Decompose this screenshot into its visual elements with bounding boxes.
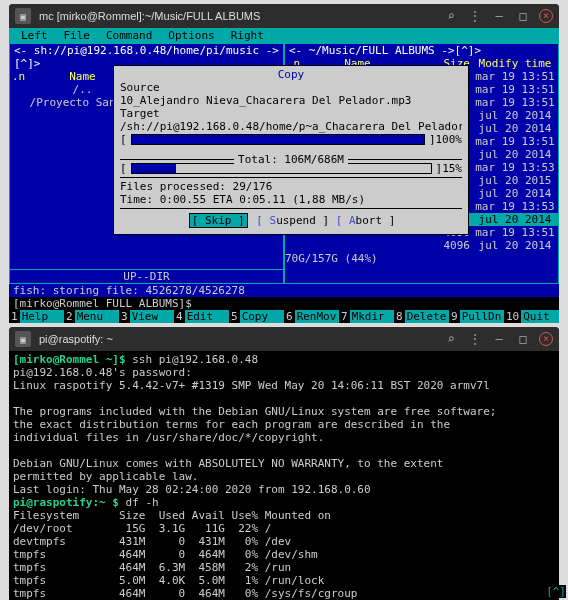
terminal-output[interactable]: [mirko@Rommel ~]$ ssh pi@192.168.0.48 pi… xyxy=(9,351,559,600)
minimize-icon[interactable]: – xyxy=(491,331,507,347)
term-line: individual files in /usr/share/doc/*/cop… xyxy=(13,431,324,444)
term-line: permitted by applicable law. xyxy=(13,470,198,483)
prompt-cmd: ssh pi@192.168.0.48 xyxy=(126,353,258,366)
term-line: the exact distribution terms for each pr… xyxy=(13,418,450,431)
fkey-quit[interactable]: 10Quit xyxy=(504,310,559,323)
df-line: tmpfs 464M 0 464M 0% /sys/fs/cgroup xyxy=(13,587,357,600)
file-pct: 100% xyxy=(436,133,463,146)
term-line: Linux raspotify 5.4.42-v7+ #1319 SMP Wed… xyxy=(13,379,490,392)
col-n: .n xyxy=(10,70,22,83)
copy-dialog: Copy Source 10_Alejandro Nieva_Chacarera… xyxy=(113,65,469,235)
term-line: Debian GNU/Linux comes with ABSOLUTELY N… xyxy=(13,457,443,470)
mc-window-title: mc [mirko@Rommel]:~/Music/FULL ALBUMS xyxy=(39,10,443,22)
total-label: Total: 106M/686M xyxy=(234,153,348,166)
menu-options[interactable]: Options xyxy=(160,29,222,42)
fkey-pulldn[interactable]: 9PullDn xyxy=(449,310,504,323)
source-label: Source xyxy=(120,81,462,94)
fkey-copy[interactable]: 5Copy xyxy=(229,310,284,323)
term-titlebar: ▣ pi@raspotify: ~ ⌕ ⋮ – □ × xyxy=(9,327,559,351)
df-line: devtmpfs 431M 0 431M 0% /dev xyxy=(13,535,291,548)
search-icon[interactable]: ⌕ xyxy=(443,8,459,24)
menu-icon[interactable]: ⋮ xyxy=(467,8,483,24)
fkey-edit[interactable]: 4Edit xyxy=(174,310,229,323)
df-line: tmpfs 5.0M 4.0K 5.0M 1% /run/lock xyxy=(13,574,324,587)
terminal-icon: ▣ xyxy=(15,8,31,24)
prompt-host: [mirko@Rommel ~]$ xyxy=(13,353,126,366)
terminal-window: ▣ pi@raspotify: ~ ⌕ ⋮ – □ × [mirko@Romme… xyxy=(9,327,559,600)
terminal-icon: ▣ xyxy=(15,331,31,347)
col-mtime: Modify time xyxy=(472,57,558,70)
term-line: pi@192.168.0.48's password: xyxy=(13,366,192,379)
df-line: Filesystem Size Used Avail Use% Mounted … xyxy=(13,509,331,522)
fkey-renmov[interactable]: 6RenMov xyxy=(284,310,339,323)
file-progress: [] 100% xyxy=(120,133,462,146)
target-file: /sh://pi@192.168.0.48/home/p~a_Chacarera… xyxy=(120,120,462,133)
menu-file[interactable]: File xyxy=(56,29,99,42)
fkey-menu[interactable]: 2Menu xyxy=(64,310,119,323)
source-file: 10_Alejandro Nieva_Chacarera Del Pelador… xyxy=(120,94,462,107)
fkey-view[interactable]: 3View xyxy=(119,310,174,323)
menu-command[interactable]: Command xyxy=(98,29,160,42)
menu-icon[interactable]: ⋮ xyxy=(467,331,483,347)
term-line: The programs included with the Debian GN… xyxy=(13,405,496,418)
maximize-icon[interactable]: □ xyxy=(515,8,531,24)
mc-titlebar: ▣ mc [mirko@Rommel]:~/Music/FULL ALBUMS … xyxy=(9,4,559,28)
time-eta: Time: 0:00.55 ETA 0:05.11 (1,88 MB/s) xyxy=(120,193,462,206)
df-line: /dev/root 15G 3.1G 11G 22% / xyxy=(13,522,271,535)
target-label: Target xyxy=(120,107,462,120)
menu-left[interactable]: Left xyxy=(13,29,56,42)
fish-status: fish: storing file: 4526278/4526278 xyxy=(9,284,559,297)
maximize-icon[interactable]: □ xyxy=(515,331,531,347)
mc-menubar: Left File Command Options Right xyxy=(9,28,559,43)
left-status: UP--DIR xyxy=(10,269,283,283)
files-processed: Files processed: 29/176 xyxy=(120,180,462,193)
skip-button[interactable]: [ Skip ] xyxy=(189,213,248,228)
prompt-cmd: df -h xyxy=(119,496,159,509)
function-keys: 1Help2Menu3View4Edit5Copy6RenMov7Mkdir8D… xyxy=(9,310,559,323)
fkey-mkdir[interactable]: 7Mkdir xyxy=(339,310,394,323)
dialog-title: Copy xyxy=(120,68,462,81)
close-icon[interactable]: × xyxy=(539,9,553,23)
close-icon[interactable]: × xyxy=(539,332,553,346)
search-icon[interactable]: ⌕ xyxy=(443,331,459,347)
total-pct: 15% xyxy=(442,162,462,175)
disk-usage: 70G/157G (44%) xyxy=(285,252,558,265)
df-line: tmpfs 464M 6.3M 458M 2% /run xyxy=(13,561,291,574)
suspend-button[interactable]: [ Suspend ] xyxy=(256,214,329,227)
right-panel-path: <- ~/Music/FULL ALBUMS ->[^]> xyxy=(285,44,558,57)
prompt-host: pi@raspotify:~ $ xyxy=(13,496,119,509)
menu-right[interactable]: Right xyxy=(223,29,272,42)
fkey-help[interactable]: 1Help xyxy=(9,310,64,323)
table-row[interactable]: 4096jul 20 2014 xyxy=(285,239,558,252)
term-window-title: pi@raspotify: ~ xyxy=(39,333,443,345)
mc-window: ▣ mc [mirko@Rommel]:~/Music/FULL ALBUMS … xyxy=(9,4,559,323)
fkey-delete[interactable]: 8Delete xyxy=(394,310,449,323)
minimize-icon[interactable]: – xyxy=(491,8,507,24)
abort-button[interactable]: [ Abort ] xyxy=(336,214,396,227)
shell-prompt[interactable]: [mirko@Rommel FULL ALBUMS]$ [^] xyxy=(9,297,559,310)
term-line: Last login: Thu May 28 02:24:00 2020 fro… xyxy=(13,483,371,496)
df-line: tmpfs 464M 0 464M 0% /dev/shm xyxy=(13,548,318,561)
